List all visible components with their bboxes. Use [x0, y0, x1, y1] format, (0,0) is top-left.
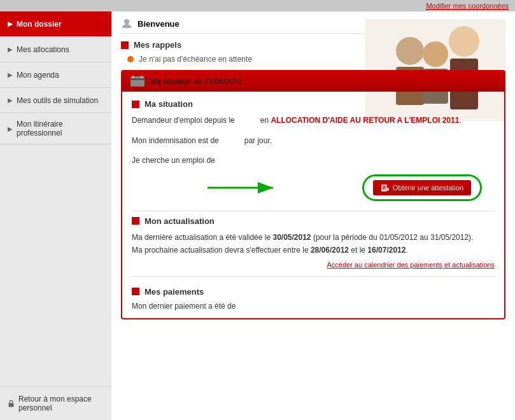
svg-point-5: [449, 26, 479, 57]
situation-card: Ma situation au 21/06/2012 Ma situation …: [121, 70, 505, 319]
top-bar: Modifier mes coordonnées: [0, 0, 515, 11]
svg-rect-10: [131, 78, 145, 80]
actualisation-title-text: Mon actualisation: [145, 216, 215, 226]
arrow-icon: ▶: [8, 97, 13, 104]
paiement-line1: Mon dernier paiement a été de: [132, 302, 495, 311]
situation-line1: Demandeur d'emploi depuis le en ALLOCATI…: [132, 114, 495, 128]
act-line1-prefix: Ma dernière actualisation a été validée …: [132, 233, 271, 242]
divider2: [132, 276, 495, 277]
document-icon: [381, 184, 390, 192]
sidebar-item-label: Mon agenda: [17, 71, 59, 80]
act-line2-middle: et le: [351, 246, 365, 255]
attestation-oval: Obtenir une attestation: [362, 174, 482, 201]
retour-espace-perso[interactable]: Retour à mon espace personnel: [0, 387, 111, 420]
svg-point-7: [423, 41, 448, 67]
act-date3: 16/07/2012: [367, 246, 406, 255]
arrow-icon: ▶: [8, 125, 13, 132]
sidebar-item-mon-itineraire[interactable]: ▶ Mon itinéraire professionnel: [0, 113, 111, 144]
calendar-icon: [130, 75, 145, 88]
mon-actualisation-section: Mon actualisation Ma dernière actualisat…: [132, 216, 495, 269]
line2-prefix: Mon indemnisation est de: [132, 136, 219, 145]
divider: [132, 211, 495, 211]
sidebar-item-label: Mon itinéraire professionnel: [17, 120, 104, 137]
line1-prefix: Demandeur d'emploi depuis le: [132, 116, 235, 125]
act-line2-prefix: Ma prochaine actualisation devra s'effec…: [132, 246, 309, 255]
red-square-icon: [132, 217, 139, 225]
sidebar-item-label: Mon dossier: [17, 20, 62, 29]
bullet-icon: [127, 56, 134, 62]
sidebar-lock-label: Retour à mon espace personnel: [18, 395, 104, 412]
act-date1: 30/05/2012: [272, 233, 311, 242]
bienvenue-section: Bienvenue: [121, 18, 180, 29]
actualisation-line1: Ma dernière actualisation a été validée …: [132, 231, 495, 244]
svg-rect-0: [9, 403, 14, 407]
sidebar-item-label: Mes allocations: [17, 45, 69, 54]
obtenir-attestation-button[interactable]: Obtenir une attestation: [373, 180, 471, 195]
svg-point-3: [396, 37, 424, 65]
svg-rect-18: [383, 188, 384, 189]
act-line2-suffix: .: [406, 246, 407, 255]
person-icon: [121, 18, 132, 29]
rappel-text: Je n'ai pas d'échéance en attente: [139, 55, 252, 64]
sidebar-item-mon-dossier[interactable]: ▶ Mon dossier: [0, 11, 111, 37]
green-arrow-icon: [204, 175, 281, 200]
actualisation-title: Mon actualisation: [132, 216, 495, 226]
act-line1-middle: (pour la période du 01/05/2012 au 31/05/…: [313, 233, 474, 242]
bienvenue-label: Bienvenue: [138, 19, 180, 29]
situation-line3: Je cherche un emploi de: [132, 154, 495, 168]
svg-rect-16: [383, 186, 386, 186]
calendar-link[interactable]: Accéder au calendrier des paiements et a…: [132, 261, 495, 269]
lock-icon: [8, 399, 15, 408]
line3-prefix: Je cherche un emploi de: [132, 156, 215, 165]
card-body: Ma situation Demandeur d'emploi depuis l…: [122, 92, 504, 318]
arrow-icon: ▶: [8, 46, 13, 53]
situation-card-header: Ma situation au 21/06/2012: [122, 71, 504, 92]
red-square-icon: [121, 41, 129, 49]
svg-rect-11: [132, 76, 134, 78]
svg-rect-12: [141, 76, 143, 78]
rappels-title-text: Mes rappels: [134, 40, 181, 50]
paiements-title-text: Mes paiements: [145, 287, 204, 297]
attestation-btn-label: Obtenir une attestation: [393, 184, 463, 192]
mes-paiements-section: Mes paiements Mon dernier paiement a été…: [132, 282, 495, 311]
paiements-title: Mes paiements: [132, 287, 495, 297]
arrow-icon: ▶: [8, 20, 13, 27]
actualisation-line2: Ma prochaine actualisation devra s'effec…: [132, 244, 495, 256]
svg-rect-17: [383, 187, 386, 188]
arrow-icon: ▶: [8, 71, 13, 78]
modify-coordinates-link[interactable]: Modifier mes coordonnées: [426, 2, 509, 10]
ma-situation-title: Ma situation: [132, 99, 495, 109]
line1-middle: en: [260, 116, 269, 125]
ma-situation-section: Ma situation Demandeur d'emploi depuis l…: [132, 99, 495, 201]
sidebar-item-mon-agenda[interactable]: ▶ Mon agenda: [0, 62, 111, 88]
sidebar-lock-section: Retour à mon espace personnel: [0, 386, 111, 420]
situation-card-title: Ma situation au 21/06/2012: [150, 77, 243, 86]
act-date2: 28/06/2012: [311, 246, 349, 255]
main-content: Bienvenue Modifier mes coordonnées Mes r…: [111, 11, 515, 420]
red-square-icon: [132, 288, 139, 295]
line1-suffix: .: [459, 116, 461, 125]
red-square-icon: [132, 101, 139, 108]
attestation-area: Obtenir une attestation: [132, 174, 495, 201]
line2-suffix: par jour.: [244, 136, 272, 145]
svg-rect-21: [387, 188, 388, 190]
situation-line2: Mon indemnisation est de par jour.: [132, 134, 495, 148]
allocation-label: ALLOCATION D'AIDE AU RETOUR A L'EMPLOI 2…: [271, 116, 459, 125]
sidebar-item-label: Mes outils de simulation: [17, 96, 98, 105]
sidebar: ▶ Mon dossier ▶ Mes allocations ▶ Mon ag…: [0, 11, 111, 420]
sidebar-item-mes-allocations[interactable]: ▶ Mes allocations: [0, 37, 111, 62]
svg-point-1: [124, 19, 129, 24]
sidebar-item-mes-outils[interactable]: ▶ Mes outils de simulation: [0, 88, 111, 113]
paiement-prefix: Mon dernier paiement a été de: [132, 302, 236, 311]
ma-situation-title-text: Ma situation: [145, 99, 193, 109]
